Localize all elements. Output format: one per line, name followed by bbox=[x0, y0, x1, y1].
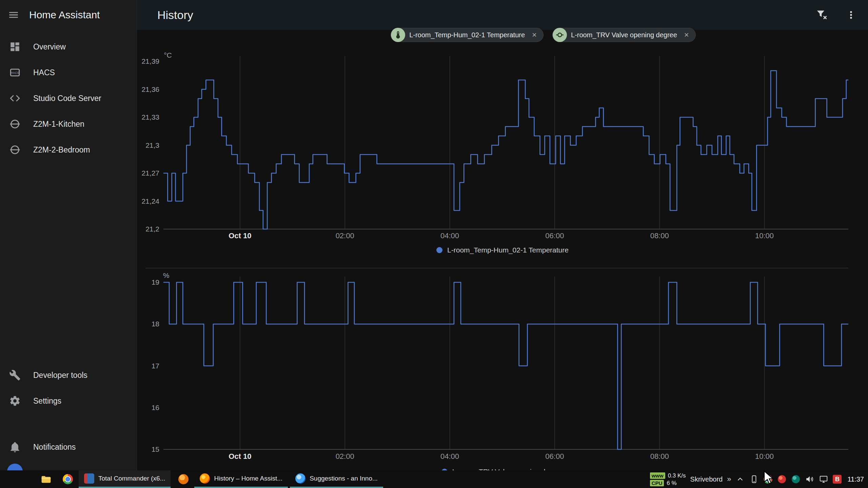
svg-text:02:00: 02:00 bbox=[336, 452, 354, 461]
svg-text:21,39: 21,39 bbox=[141, 57, 159, 65]
phone-icon[interactable] bbox=[749, 474, 759, 484]
net-value: 0.3 K/s bbox=[668, 473, 686, 479]
svg-text:21,24: 21,24 bbox=[141, 197, 159, 205]
svg-text:21,2: 21,2 bbox=[145, 225, 159, 233]
svg-text:10:00: 10:00 bbox=[755, 452, 774, 461]
monitor-icon[interactable] bbox=[819, 474, 828, 484]
taskbar-clock[interactable]: 11:37 bbox=[847, 475, 864, 483]
svg-text:Oct 10: Oct 10 bbox=[229, 452, 251, 461]
taskbar-button-total-commander[interactable]: Total Commander (x6... bbox=[79, 470, 171, 488]
sidebar-item-notifications[interactable]: Notifications bbox=[0, 434, 137, 460]
svg-text:08:00: 08:00 bbox=[650, 452, 669, 461]
sidebar-item-hacs[interactable]: HACS HACS bbox=[0, 60, 137, 85]
sidebar-item-z2m-2-bedroom[interactable]: Z2M-2-Bedroom bbox=[0, 137, 137, 163]
app-title: Home Assistant bbox=[29, 9, 100, 21]
sidebar-item-studio-code-server[interactable]: Studio Code Server bbox=[0, 85, 137, 111]
chevron-up-icon[interactable] bbox=[735, 474, 745, 484]
desktop-toolbar-label[interactable]: Skrivebord bbox=[690, 475, 723, 483]
sidebar-nav: Overview HACS HACS Studio Code Server Z2… bbox=[0, 30, 137, 163]
sidebar-item-developer-tools[interactable]: Developer tools bbox=[0, 362, 137, 388]
svg-text:06:00: 06:00 bbox=[545, 231, 564, 240]
svg-text:10:00: 10:00 bbox=[755, 231, 774, 240]
taskbar-tray: www 0.3 K/s CPU 6 % Skrivebord 11:37 bbox=[650, 470, 868, 488]
chrome-icon[interactable] bbox=[57, 470, 79, 488]
sidebar-item-z2m-1-kitchen[interactable]: Z2M-1-Kitchen bbox=[0, 111, 137, 137]
valve-history-chart[interactable]: Oct 1002:0004:0006:0008:0010:00191817161… bbox=[137, 271, 868, 488]
menu-toggle-icon[interactable] bbox=[7, 9, 20, 21]
net-speed-monitor[interactable]: www 0.3 K/s CPU 6 % bbox=[650, 472, 686, 486]
sidebar-item-overview[interactable]: Overview bbox=[0, 34, 137, 60]
gear-icon bbox=[9, 395, 21, 407]
svg-text:02:00: 02:00 bbox=[336, 231, 354, 240]
svg-text:17: 17 bbox=[152, 362, 159, 370]
cpu-value: 6 % bbox=[667, 480, 676, 486]
svg-text:%: % bbox=[163, 271, 170, 279]
svg-text:16: 16 bbox=[152, 404, 159, 411]
thermometer-icon bbox=[391, 28, 405, 42]
sidebar-header: Home Assistant bbox=[0, 0, 137, 30]
volume-icon[interactable] bbox=[805, 474, 814, 484]
svg-text:19: 19 bbox=[152, 278, 159, 286]
entity-chip-valve[interactable]: L-room_TRV Valve opening degree × bbox=[552, 28, 696, 42]
code-brackets-icon bbox=[9, 92, 21, 104]
svg-text:21,27: 21,27 bbox=[141, 169, 159, 177]
blue-globe-icon bbox=[295, 473, 305, 484]
sidebar-spacer bbox=[0, 414, 137, 434]
net-label: www bbox=[650, 472, 665, 479]
taskbar-apps: Total Commander (x6... History – Home As… bbox=[0, 470, 385, 488]
wrench-icon bbox=[9, 369, 21, 381]
chevron-double-right-icon[interactable] bbox=[727, 475, 731, 484]
zigbee2mqtt-icon bbox=[9, 144, 21, 156]
svg-text:°C: °C bbox=[164, 51, 172, 59]
svg-text:04:00: 04:00 bbox=[440, 452, 459, 461]
legend-dot bbox=[436, 247, 442, 253]
chip-close-icon[interactable]: × bbox=[681, 29, 692, 40]
bell-icon bbox=[9, 441, 21, 453]
sidebar-bottom: Developer tools Settings Notifications bbox=[0, 362, 137, 460]
page-title: History bbox=[157, 8, 193, 22]
taskbar-button-suggestions[interactable]: Suggestions - an Inno... bbox=[290, 470, 383, 488]
filter-remove-icon[interactable] bbox=[815, 8, 829, 22]
chrome-tray-icon[interactable] bbox=[763, 474, 773, 484]
home-assistant-window: Home Assistant Overview HACS HACS Studio… bbox=[0, 0, 868, 488]
total-commander-icon bbox=[84, 473, 94, 484]
svg-text:Oct 10: Oct 10 bbox=[229, 231, 251, 240]
svg-text:21,33: 21,33 bbox=[141, 113, 159, 121]
svg-text:04:00: 04:00 bbox=[440, 231, 459, 240]
temperature-legend[interactable]: L-room_Temp-Hum_02-1 Temperature bbox=[137, 246, 868, 254]
view-dashboard-icon bbox=[9, 41, 21, 53]
sidebar-item-settings[interactable]: Settings bbox=[0, 388, 137, 414]
chip-close-icon[interactable]: × bbox=[529, 29, 540, 40]
zigbee2mqtt-icon bbox=[9, 118, 21, 130]
firefox-icon bbox=[200, 473, 210, 484]
cpu-label: CPU bbox=[650, 480, 664, 486]
overflow-menu-icon[interactable] bbox=[844, 8, 858, 22]
taskbar-button-history-home-assistant[interactable]: History – Home Assist... bbox=[194, 470, 288, 488]
teal-app-icon[interactable] bbox=[791, 474, 801, 484]
app-bar: History bbox=[137, 0, 868, 30]
legend-label: L-room_Temp-Hum_02-1 Temperature bbox=[447, 246, 569, 254]
orange-app-icon[interactable] bbox=[173, 470, 194, 488]
svg-text:21,36: 21,36 bbox=[141, 85, 159, 93]
b-app-icon[interactable] bbox=[833, 475, 842, 484]
svg-text:21,3: 21,3 bbox=[145, 141, 159, 149]
svg-text:18: 18 bbox=[152, 320, 159, 328]
hacs-icon: HACS bbox=[9, 66, 21, 79]
svg-text:08:00: 08:00 bbox=[650, 231, 669, 240]
valve-icon bbox=[553, 28, 567, 42]
entity-filter-chips: L-room_Temp-Hum_02-1 Temperature × L-roo… bbox=[178, 28, 868, 42]
app-bar-actions bbox=[815, 8, 858, 22]
temperature-history-chart[interactable]: Oct 1002:0004:0006:0008:0010:0021,3921,3… bbox=[137, 47, 868, 244]
sidebar: Home Assistant Overview HACS HACS Studio… bbox=[0, 0, 137, 488]
chart-divider bbox=[145, 268, 848, 268]
entity-chip-temperature[interactable]: L-room_Temp-Hum_02-1 Temperature × bbox=[391, 28, 544, 42]
folder-icon[interactable] bbox=[35, 470, 57, 488]
svg-text:15: 15 bbox=[152, 445, 159, 453]
red-app-icon[interactable] bbox=[777, 474, 787, 484]
svg-text:HACS: HACS bbox=[11, 71, 19, 75]
svg-text:06:00: 06:00 bbox=[545, 452, 564, 461]
windows-taskbar: Total Commander (x6... History – Home As… bbox=[0, 470, 868, 488]
